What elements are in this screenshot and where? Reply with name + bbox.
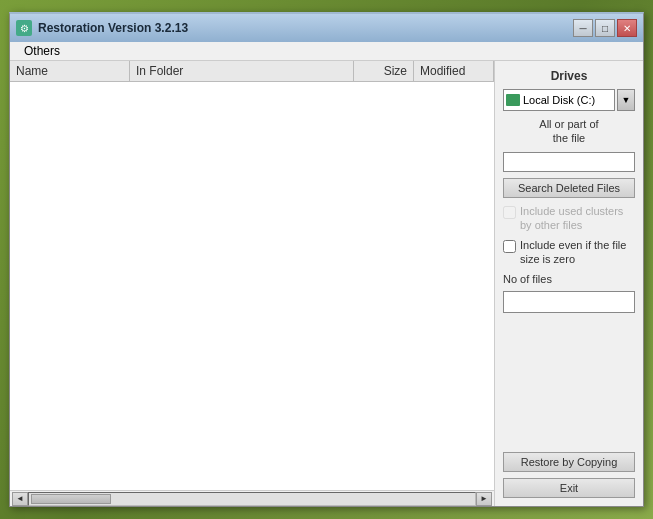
include-used-clusters-label: Include used clusters by other files [520,204,635,233]
no-of-files-input[interactable] [503,291,635,313]
drives-dropdown-container: Local Disk (C:) ▼ [503,89,635,111]
no-of-files-label: No of files [503,273,635,285]
include-zero-size-row: Include even if the file size is zero [503,238,635,267]
col-header-folder: In Folder [130,61,354,81]
drive-icon [506,94,520,106]
close-button[interactable]: ✕ [617,19,637,37]
title-buttons: ─ □ ✕ [573,19,637,37]
main-panel: Name In Folder Size Modified ◄ ► [10,61,495,506]
drive-value: Local Disk (C:) [523,94,595,106]
horizontal-scrollbar: ◄ ► [10,490,494,506]
col-header-modified: Modified [414,61,494,81]
table-body[interactable] [10,82,494,490]
scroll-left-button[interactable]: ◄ [12,492,28,506]
restore-by-copying-button[interactable]: Restore by Copying [503,452,635,472]
main-window: ⚙ Restoration Version 3.2.13 ─ □ ✕ Other… [9,12,644,507]
include-used-clusters-row: Include used clusters by other files [503,204,635,233]
app-icon: ⚙ [16,20,32,36]
include-zero-size-label: Include even if the file size is zero [520,238,635,267]
scrollbar-track[interactable] [28,492,476,506]
exit-button[interactable]: Exit [503,478,635,498]
scrollbar-thumb[interactable] [31,494,111,504]
drives-dropdown-arrow[interactable]: ▼ [617,89,635,111]
title-bar: ⚙ Restoration Version 3.2.13 ─ □ ✕ [10,14,643,42]
file-search-label: All or part of the file [503,117,635,146]
file-search-input[interactable] [503,152,635,172]
col-header-name: Name [10,61,130,81]
maximize-button[interactable]: □ [595,19,615,37]
table-header: Name In Folder Size Modified [10,61,494,82]
right-panel: Drives Local Disk (C:) ▼ All or part of … [495,61,643,506]
search-deleted-files-button[interactable]: Search Deleted Files [503,178,635,198]
include-used-clusters-checkbox[interactable] [503,206,516,219]
include-zero-size-checkbox[interactable] [503,240,516,253]
content-area: Name In Folder Size Modified ◄ ► Drives [10,61,643,506]
menu-item-others[interactable]: Others [18,42,66,60]
window-title: Restoration Version 3.2.13 [38,21,573,35]
drives-select[interactable]: Local Disk (C:) [503,89,615,111]
scroll-right-button[interactable]: ► [476,492,492,506]
menu-bar: Others [10,42,643,61]
col-header-size: Size [354,61,414,81]
drives-label: Drives [503,69,635,83]
minimize-button[interactable]: ─ [573,19,593,37]
